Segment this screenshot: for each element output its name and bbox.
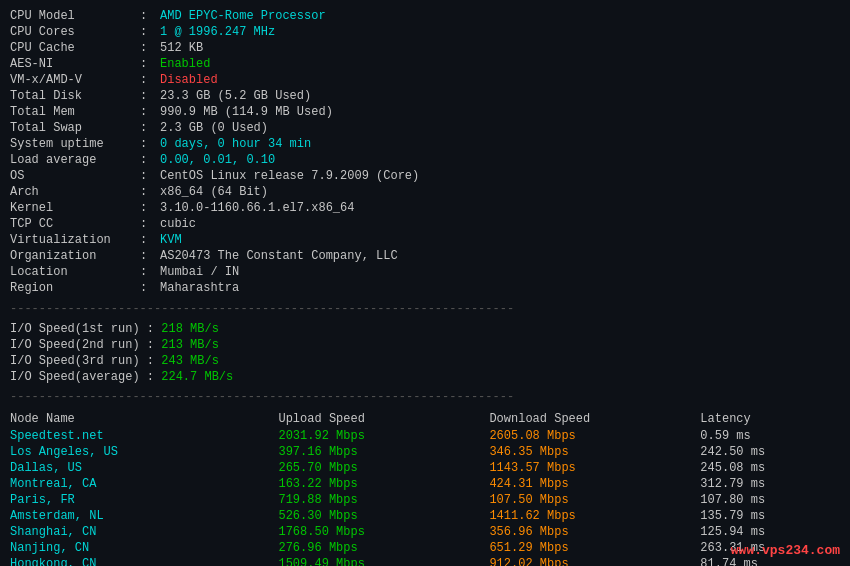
row-value: 0 days, 0 hour 34 min xyxy=(160,136,840,152)
io-line: I/O Speed(2nd run) : 213 MB/s xyxy=(10,338,840,352)
row-value: Disabled xyxy=(160,72,840,88)
speed-node: Hongkong, CN xyxy=(10,556,278,566)
io-colon: : xyxy=(140,322,162,336)
row-colon: : xyxy=(140,280,160,296)
row-label: Virtualization xyxy=(10,232,140,248)
row-value: 990.9 MB (114.9 MB Used) xyxy=(160,104,840,120)
row-colon: : xyxy=(140,200,160,216)
speed-upload: 1509.49 Mbps xyxy=(278,556,489,566)
system-row: Organization : AS20473 The Constant Comp… xyxy=(10,248,840,264)
row-label: VM-x/AMD-V xyxy=(10,72,140,88)
speed-download: 1411.62 Mbps xyxy=(489,508,700,524)
divider-1: ----------------------------------------… xyxy=(10,302,840,316)
io-label: I/O Speed(average) xyxy=(10,370,140,384)
row-label: Arch xyxy=(10,184,140,200)
system-row: Load average : 0.00, 0.01, 0.10 xyxy=(10,152,840,168)
row-colon: : xyxy=(140,264,160,280)
row-label: OS xyxy=(10,168,140,184)
speed-download: 2605.08 Mbps xyxy=(489,428,700,444)
system-row: Region : Maharashtra xyxy=(10,280,840,296)
speed-upload: 2031.92 Mbps xyxy=(278,428,489,444)
io-label: I/O Speed(2nd run) xyxy=(10,338,140,352)
speed-row: Amsterdam, NL 526.30 Mbps 1411.62 Mbps 1… xyxy=(10,508,840,524)
speed-download: 424.31 Mbps xyxy=(489,476,700,492)
row-colon: : xyxy=(140,8,160,24)
io-line: I/O Speed(1st run) : 218 MB/s xyxy=(10,322,840,336)
row-label: System uptime xyxy=(10,136,140,152)
speed-row: Dallas, US 265.70 Mbps 1143.57 Mbps 245.… xyxy=(10,460,840,476)
row-colon: : xyxy=(140,88,160,104)
system-row: Kernel : 3.10.0-1160.66.1.el7.x86_64 xyxy=(10,200,840,216)
speed-row: Los Angeles, US 397.16 Mbps 346.35 Mbps … xyxy=(10,444,840,460)
io-label: I/O Speed(1st run) xyxy=(10,322,140,336)
speed-row: Hongkong, CN 1509.49 Mbps 912.02 Mbps 81… xyxy=(10,556,840,566)
system-row: CPU Cores : 1 @ 1996.247 MHz xyxy=(10,24,840,40)
row-value: Maharashtra xyxy=(160,280,840,296)
row-label: Total Mem xyxy=(10,104,140,120)
col-header-latency: Latency xyxy=(700,410,840,428)
row-value: x86_64 (64 Bit) xyxy=(160,184,840,200)
io-colon: : xyxy=(140,338,162,352)
system-row: OS : CentOS Linux release 7.9.2009 (Core… xyxy=(10,168,840,184)
speed-row: Montreal, CA 163.22 Mbps 424.31 Mbps 312… xyxy=(10,476,840,492)
row-colon: : xyxy=(140,72,160,88)
row-colon: : xyxy=(140,40,160,56)
speed-latency: 242.50 ms xyxy=(700,444,840,460)
speed-upload: 719.88 Mbps xyxy=(278,492,489,508)
speed-latency: 135.79 ms xyxy=(700,508,840,524)
row-colon: : xyxy=(140,152,160,168)
system-row: AES-NI : Enabled xyxy=(10,56,840,72)
speed-node: Nanjing, CN xyxy=(10,540,278,556)
io-section: I/O Speed(1st run) : 218 MB/sI/O Speed(2… xyxy=(10,322,840,384)
io-value: 243 MB/s xyxy=(161,354,219,368)
speed-download: 107.50 Mbps xyxy=(489,492,700,508)
row-value: Enabled xyxy=(160,56,840,72)
row-value: 0.00, 0.01, 0.10 xyxy=(160,152,840,168)
speed-latency: 107.80 ms xyxy=(700,492,840,508)
speedtest-table: Node Name Upload Speed Download Speed La… xyxy=(10,410,840,566)
row-label: CPU Model xyxy=(10,8,140,24)
speed-download: 356.96 Mbps xyxy=(489,524,700,540)
system-row: TCP CC : cubic xyxy=(10,216,840,232)
row-label: Load average xyxy=(10,152,140,168)
speed-upload: 163.22 Mbps xyxy=(278,476,489,492)
speed-node: Montreal, CA xyxy=(10,476,278,492)
io-label: I/O Speed(3rd run) xyxy=(10,354,140,368)
speed-download: 1143.57 Mbps xyxy=(489,460,700,476)
speed-latency: 125.94 ms xyxy=(700,524,840,540)
speed-node: Los Angeles, US xyxy=(10,444,278,460)
speed-row: Paris, FR 719.88 Mbps 107.50 Mbps 107.80… xyxy=(10,492,840,508)
row-colon: : xyxy=(140,24,160,40)
row-colon: : xyxy=(140,104,160,120)
system-row: Arch : x86_64 (64 Bit) xyxy=(10,184,840,200)
speed-download: 912.02 Mbps xyxy=(489,556,700,566)
speed-row: Nanjing, CN 276.96 Mbps 651.29 Mbps 263.… xyxy=(10,540,840,556)
row-label: AES-NI xyxy=(10,56,140,72)
system-row: System uptime : 0 days, 0 hour 34 min xyxy=(10,136,840,152)
speed-node: Shanghai, CN xyxy=(10,524,278,540)
io-value: 224.7 MB/s xyxy=(161,370,233,384)
row-value: cubic xyxy=(160,216,840,232)
row-label: TCP CC xyxy=(10,216,140,232)
system-row: Total Disk : 23.3 GB (5.2 GB Used) xyxy=(10,88,840,104)
row-label: Total Swap xyxy=(10,120,140,136)
row-value: 2.3 GB (0 Used) xyxy=(160,120,840,136)
io-colon: : xyxy=(140,354,162,368)
system-row: Location : Mumbai / IN xyxy=(10,264,840,280)
row-value: 512 KB xyxy=(160,40,840,56)
speed-node: Speedtest.net xyxy=(10,428,278,444)
row-label: Location xyxy=(10,264,140,280)
row-value: KVM xyxy=(160,232,840,248)
row-value: 3.10.0-1160.66.1.el7.x86_64 xyxy=(160,200,840,216)
speed-upload: 397.16 Mbps xyxy=(278,444,489,460)
speed-download: 346.35 Mbps xyxy=(489,444,700,460)
row-colon: : xyxy=(140,168,160,184)
row-colon: : xyxy=(140,184,160,200)
system-row: VM-x/AMD-V : Disabled xyxy=(10,72,840,88)
speed-upload: 276.96 Mbps xyxy=(278,540,489,556)
speed-upload: 265.70 Mbps xyxy=(278,460,489,476)
row-colon: : xyxy=(140,56,160,72)
row-label: Kernel xyxy=(10,200,140,216)
row-value: 23.3 GB (5.2 GB Used) xyxy=(160,88,840,104)
row-value: 1 @ 1996.247 MHz xyxy=(160,24,840,40)
